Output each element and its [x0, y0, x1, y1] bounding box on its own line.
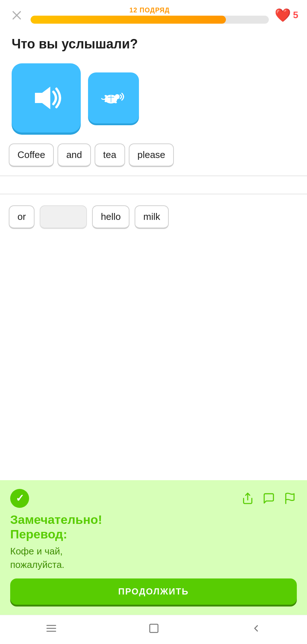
back-icon	[251, 623, 262, 634]
share-button[interactable]	[241, 491, 255, 505]
share-icon	[242, 492, 254, 505]
word-chip-hello[interactable]: hello	[92, 205, 129, 229]
flag-button[interactable]	[283, 491, 297, 505]
heart-icon: ❤️	[275, 8, 291, 23]
progress-bar-fill	[31, 16, 226, 24]
selected-word-and[interactable]: and	[57, 143, 91, 167]
home-button[interactable]	[148, 623, 159, 636]
action-icons	[241, 491, 297, 505]
lives-count: 5	[293, 9, 298, 21]
empty-answer-row	[0, 176, 307, 194]
success-title: Замечательно! Перевод:	[10, 512, 297, 542]
check-mark-icon: ✓	[16, 492, 24, 504]
streak-label: 12 ПОДРЯД	[129, 7, 170, 14]
header: 12 ПОДРЯД ❤️ 5	[0, 0, 307, 27]
audio-section	[0, 56, 307, 140]
lives-container: ❤️ 5	[275, 8, 298, 23]
word-chip-used	[40, 205, 87, 229]
success-translation: Кофе и чай, пожалуйста.	[10, 545, 297, 571]
progress-section: 12 ПОДРЯД	[31, 7, 269, 24]
answer-area: Coffee and tea please	[0, 140, 307, 176]
question-section: Что вы услышали?	[0, 27, 307, 56]
question-title: Что вы услышали?	[12, 36, 295, 52]
speaker-icon	[30, 82, 63, 114]
turtle-icon	[101, 86, 126, 110]
word-bank: or hello milk	[0, 194, 307, 236]
comment-icon	[263, 492, 275, 505]
svg-point-4	[115, 94, 120, 99]
success-header: ✓	[10, 489, 297, 508]
continue-button[interactable]: ПРОДОЛЖИТЬ	[10, 578, 297, 605]
play-slow-audio-button[interactable]	[88, 72, 139, 123]
bottom-nav	[0, 615, 307, 644]
back-button[interactable]	[251, 623, 262, 636]
selected-word-please[interactable]: please	[129, 143, 174, 167]
word-chip-milk[interactable]: milk	[135, 205, 169, 229]
close-icon	[11, 10, 22, 21]
svg-marker-2	[35, 87, 50, 109]
square-icon	[148, 623, 159, 634]
selected-word-coffee[interactable]: Coffee	[9, 143, 54, 167]
menu-button[interactable]	[45, 623, 57, 637]
svg-rect-15	[150, 624, 158, 633]
check-circle: ✓	[10, 489, 29, 508]
success-panel: ✓ Замечатель	[0, 480, 307, 615]
close-button[interactable]	[9, 7, 25, 23]
word-chip-or[interactable]: or	[9, 205, 35, 229]
comment-button[interactable]	[262, 491, 276, 505]
hamburger-icon	[45, 623, 57, 634]
play-audio-button[interactable]	[12, 63, 81, 133]
progress-bar	[31, 16, 269, 24]
flag-icon	[284, 492, 296, 505]
selected-word-tea[interactable]: tea	[95, 143, 125, 167]
